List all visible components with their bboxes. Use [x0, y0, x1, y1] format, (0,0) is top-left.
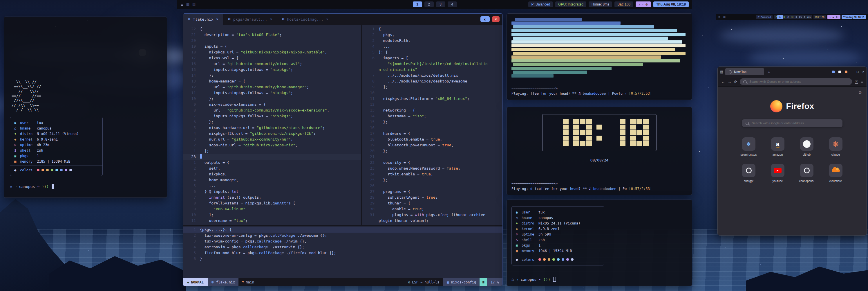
shortcut-tile[interactable]: a [771, 137, 784, 151]
firefox-view-icon[interactable]: ▦ [720, 70, 723, 74]
tag-1[interactable]: 1 [413, 1, 422, 7]
close-button[interactable]: × [863, 70, 864, 74]
shortcut-tile[interactable] [800, 164, 813, 177]
code-line[interactable]: 10 }; [183, 96, 361, 101]
code-line[interactable]: 18 bluetooth.enable = true; [362, 137, 502, 142]
shortcut-cloudflare[interactable]: cloudflare [821, 164, 850, 183]
code-line[interactable]: 23 [183, 154, 361, 160]
code-line[interactable]: 9 "x86_64-linux" [183, 206, 361, 212]
shortcut-tile[interactable] [829, 137, 842, 151]
status-pill-network-latency[interactable]: Home: 8ms [589, 1, 612, 7]
code-line[interactable]: 2 tux-awesome-wm-config = pkgs.callPacka… [183, 233, 502, 238]
code-line[interactable]: 5}: { [362, 49, 502, 55]
code-line[interactable]: 1{ [362, 26, 502, 32]
code-line[interactable]: 20 }; [362, 148, 502, 154]
extension-icon[interactable] [832, 70, 835, 73]
shortcut-search.nixos[interactable]: ❄search.nixos [734, 137, 763, 156]
code-line[interactable]: 22{ [183, 26, 361, 32]
code-line[interactable]: 6 }; [183, 119, 361, 125]
address-bar[interactable] [740, 78, 852, 85]
shell-prompt[interactable]: ⌂→canopus~))) [512, 277, 687, 282]
code-line[interactable]: 16 [362, 125, 502, 131]
code-line[interactable]: 19 inputs = { [183, 43, 361, 49]
new-tab-button[interactable]: + [766, 69, 772, 74]
extension-icon[interactable] [838, 70, 841, 73]
code-line[interactable]: 6 } @ inputs: let [183, 189, 361, 195]
code-line[interactable]: 8 forAllSystems = nixpkgs.lib.genAttrs [ [183, 200, 361, 206]
shortcut-youtube[interactable]: ▶youtube [763, 164, 792, 183]
shortcut-tile[interactable]: ▶ [771, 164, 784, 177]
newtab-search-bar[interactable] [742, 119, 842, 127]
launcher-icon[interactable]: ≡ [718, 16, 720, 19]
code-line[interactable]: 11 username = "tux"; [183, 218, 361, 224]
launcher-icon[interactable]: ≡ [181, 2, 183, 7]
code-line[interactable]: 9 ]; [362, 84, 502, 90]
code-line[interactable]: 3 nur.url = "github:nix-community/nur"; [183, 137, 361, 142]
code-line[interactable]: 11 inputs.nixpkgs.follows = "nixpkgs"; [183, 90, 361, 96]
code-line[interactable]: 8 ../../modules/nixos/desktop/awesome [362, 79, 502, 84]
code-line[interactable]: 17 hardware = { [362, 131, 502, 137]
shell-prompt[interactable]: ⌂→canopus~))) [10, 184, 161, 189]
shortcut-tile[interactable] [829, 164, 842, 177]
layout-icon[interactable]: ▤ [192, 2, 195, 6]
window-close-button[interactable]: × [492, 16, 500, 22]
editor-tab-3[interactable]: ❄hosts/isoImag...× [277, 13, 333, 25]
code-line[interactable]: 28 ssh.startAgent = true; [362, 195, 502, 200]
minimize-button[interactable]: – [851, 70, 853, 74]
code-line[interactable]: 7 ../../modules/nixos/default.nix [362, 72, 502, 79]
code-line[interactable]: 27 programs = { [362, 189, 502, 195]
extensions-icon[interactable]: ◳ [855, 80, 858, 84]
code-line[interactable]: 18 nixpkgs.url = "github:nixos/nixpkgs/n… [183, 49, 361, 55]
code-line[interactable]: 20 [183, 38, 361, 43]
shortcut-chat.openai[interactable]: chat.openai [792, 164, 821, 183]
code-line[interactable]: 15 }; [362, 119, 502, 125]
forward-icon[interactable]: → [727, 80, 731, 84]
code-line[interactable]: 16 url = "github:nix-community/nixos-wsl… [183, 61, 361, 67]
systray[interactable]: ♪≈⊙ [636, 1, 651, 7]
status-pill-power-profile[interactable]: P: Balanced [756, 15, 773, 19]
code-line[interactable]: 29 thunar = { [362, 200, 502, 206]
tab-close-icon[interactable]: × [270, 17, 272, 21]
personalize-gear-icon[interactable]: ⚙ [858, 90, 862, 95]
code-line[interactable]: 12 [362, 101, 502, 108]
status-pill-gpu[interactable]: GPU: Integrated [555, 1, 586, 7]
editor-tab-1[interactable]: ❄flake.nix× [183, 13, 223, 25]
code-line[interactable]: 2 sops-nix.url = "github:Mic92/sops-nix"… [183, 142, 361, 148]
code-line[interactable]: 1 }; [183, 148, 361, 154]
code-line[interactable]: 5 nixos-hardware.url = "github:nixos/nix… [183, 125, 361, 131]
code-line[interactable]: 23 sudo.wheelNeedsPassword = false; [362, 166, 502, 171]
editor-pane-pkgs[interactable]: 1{pkgs, ...}: {2 tux-awesome-wm-config =… [183, 226, 502, 278]
code-line[interactable]: 31 plugins = with pkgs.xfce; [thunar-arc… [362, 212, 502, 218]
code-line[interactable]: 4 astronvim = pkgs.callPackage ./astronv… [183, 244, 502, 250]
systray[interactable]: ♪≈⊙ [827, 15, 840, 19]
power-icon[interactable]: ⊙ [836, 15, 838, 19]
volume-icon[interactable]: ♪ [829, 16, 831, 19]
tag-2[interactable]: 2 [425, 1, 434, 7]
code-line[interactable]: 1 outputs = { [183, 160, 361, 166]
code-line[interactable]: 10 [362, 90, 502, 96]
code-line[interactable]: 4 ... [362, 43, 502, 49]
network-icon[interactable]: ≈ [832, 16, 834, 19]
code-line[interactable]: 6} [183, 256, 502, 262]
code-line[interactable]: 3 modulesPath, [362, 38, 502, 43]
code-line[interactable]: 25 }; [362, 177, 502, 183]
code-line[interactable]: 3 nixpkgs, [183, 171, 361, 177]
terminal-window-fetch-2[interactable]: ◉usertux⌂hnamecanopus♦distroNixOS 24.11 … [506, 200, 692, 286]
tab-close-icon[interactable]: × [216, 17, 218, 21]
tag-3[interactable]: 3 [436, 1, 445, 7]
code-line[interactable]: 21 description = "tux's NixOS Flake"; [183, 32, 361, 38]
editor-pane-flake[interactable]: 22{21 description = "tux's NixOS Flake";… [183, 25, 361, 225]
code-line[interactable]: 14 hostName = "iso"; [362, 113, 502, 119]
code-line[interactable]: 4 nixpkgs-f2k.url = "github:moni-dz/nixp… [183, 131, 361, 137]
code-line[interactable]: 7 inputs.nixpkgs.follows = "nixpkgs"; [183, 113, 361, 119]
code-line[interactable]: "${modulesPath}/installer/cd-dvd/install… [362, 61, 502, 67]
editor-tab-2[interactable]: ❄pkgs/default...× [223, 13, 277, 25]
code-line[interactable]: 7 inherit (self) outputs; [183, 195, 361, 200]
code-line[interactable]: 24 rtkit.enable = true; [362, 171, 502, 177]
maximize-button[interactable]: □ [857, 70, 859, 74]
network-icon[interactable]: ≈ [642, 3, 644, 6]
status-pill-power-profile[interactable]: P: Balanced [528, 1, 553, 7]
power-icon[interactable]: ⊙ [646, 3, 648, 6]
shortcut-claude[interactable]: claude [821, 137, 850, 156]
code-line[interactable]: 5 ... [183, 183, 361, 189]
